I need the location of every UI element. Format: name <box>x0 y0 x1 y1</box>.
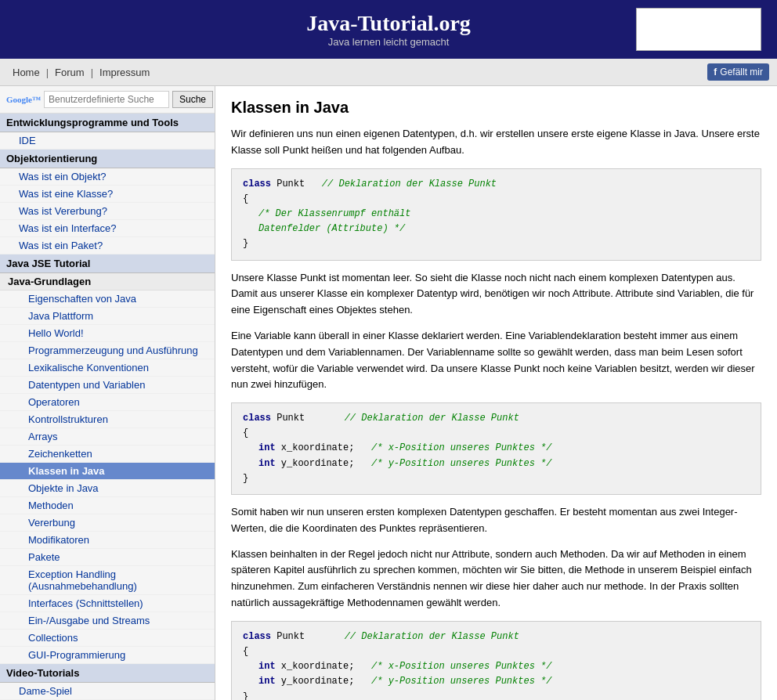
code-line: { <box>243 426 750 441</box>
search-button[interactable]: Suche <box>172 91 213 108</box>
code-line: class Punkt // Deklaration der Klasse Pu… <box>243 630 750 644</box>
main-layout: Google™ Suche Entwicklungsprogramme und … <box>0 86 777 700</box>
sidebar-item-collections[interactable]: Collections <box>0 630 215 647</box>
code-line: /* Der Klassenrumpf enthält <box>243 207 750 222</box>
sidebar-item-dame[interactable]: Dame-Spiel <box>0 683 215 700</box>
sidebar-item-objekte-in-java[interactable]: Objekte in Java <box>0 480 215 497</box>
sidebar-item-modifikatoren[interactable]: Modifikatoren <box>0 532 215 549</box>
code-line: { <box>243 192 750 207</box>
sidebar-item-objekt[interactable]: Was ist ein Objekt? <box>0 168 215 186</box>
code-line: int y_koordinate; /* y-Position unseres … <box>243 674 750 689</box>
para-4: Somit haben wir nun unseren ersten kompl… <box>231 504 761 537</box>
sidebar-item-operatoren[interactable]: Operatoren <box>0 394 215 411</box>
sidebar-item-eingabe[interactable]: Ein-/Ausgabe und Streams <box>0 612 215 630</box>
sidebar-item-klassen-in-java[interactable]: Klassen in Java <box>0 463 215 480</box>
navbar: Home | Forum | Impressum f Gefällt mir <box>0 59 777 86</box>
site-subtitle: Java lernen leicht gemacht <box>306 36 471 48</box>
sidebar-section-oo: Objektorientierung <box>0 150 215 168</box>
code-line: } <box>243 471 750 486</box>
sidebar-item-vererbung[interactable]: Was ist Vererbung? <box>0 203 215 220</box>
sidebar-item-paket[interactable]: Was ist ein Paket? <box>0 237 215 254</box>
search-bar: Google™ Suche <box>0 86 215 114</box>
sidebar-item-exception[interactable]: Exception Handling (Ausnahmebehandlung) <box>0 566 215 595</box>
code-block-2: class Punkt // Deklaration der Klasse Pu… <box>231 402 761 495</box>
sidebar-section-tools: Entwicklungsprogramme und Tools <box>0 114 215 132</box>
logo-box <box>636 8 761 51</box>
code-line: int x_koordinate; /* x-Position unseres … <box>243 659 750 674</box>
sidebar-section-jse: Java JSE Tutorial <box>0 254 215 273</box>
sidebar-item-pakete[interactable]: Pakete <box>0 549 215 566</box>
para-3: Eine Variable kann überall in einer Klas… <box>231 328 761 393</box>
code-line: class Punkt // Deklaration der Klasse Pu… <box>243 411 750 426</box>
nav-forum[interactable]: Forum <box>50 67 89 78</box>
code-line: Datenfelder (Attribute) */ <box>243 222 750 236</box>
sidebar-item-ide[interactable]: IDE <box>0 132 215 150</box>
code-line: int x_koordinate; /* x-Position unseres … <box>243 441 750 456</box>
sidebar-item-programmerzeugung[interactable]: Programmerzeugung und Ausführung <box>0 342 215 359</box>
google-logo: Google™ <box>6 95 41 104</box>
code-block-1: class Punkt // Deklaration der Klasse Pu… <box>231 168 761 261</box>
nav-sep-1: | <box>46 67 49 78</box>
code-line: } <box>243 236 750 251</box>
para-2: Unsere Klasse Punkt ist momentan leer. S… <box>231 270 761 319</box>
sidebar-item-methoden[interactable]: Methoden <box>0 497 215 514</box>
sidebar-item-datentypen[interactable]: Datentypen und Variablen <box>0 377 215 394</box>
para-5: Klassen beinhalten in der Regel jedoch n… <box>231 547 761 612</box>
sidebar-item-zeichenketten[interactable]: Zeichenketten <box>0 446 215 463</box>
sidebar-item-gui[interactable]: GUI-Programmierung <box>0 647 215 664</box>
sidebar-item-interface[interactable]: Was ist ein Interface? <box>0 220 215 237</box>
sidebar-item-plattform[interactable]: Java Plattform <box>0 308 215 325</box>
site-header: Java-Tutorial.org Java lernen leicht gem… <box>0 0 777 59</box>
fb-label: Gefällt mir <box>720 67 763 78</box>
code-line: { <box>243 644 750 659</box>
sidebar-item-helloworld[interactable]: Hello World! <box>0 325 215 342</box>
nav-sep-2: | <box>91 67 93 78</box>
facebook-button[interactable]: f Gefällt mir <box>707 63 769 81</box>
nav-impressum[interactable]: Impressum <box>95 67 154 78</box>
sidebar-item-arrays[interactable]: Arrays <box>0 428 215 446</box>
title-block: Java-Tutorial.org Java lernen leicht gem… <box>306 11 471 48</box>
sidebar-sub-grundlagen: Java-Grundlagen <box>0 273 215 290</box>
code-line: class Punkt // Deklaration der Klasse Pu… <box>243 177 750 192</box>
sidebar-item-vererbung2[interactable]: Vererbung <box>0 514 215 532</box>
para-1: Wir definieren uns nun einen eigenen Dat… <box>231 126 761 159</box>
search-input[interactable] <box>44 91 169 108</box>
sidebar-item-kontroll[interactable]: Kontrollstrukturen <box>0 411 215 428</box>
sidebar-section-video: Video-Tutorials <box>0 664 215 683</box>
site-title: Java-Tutorial.org <box>306 11 471 36</box>
fb-icon: f <box>714 67 717 78</box>
sidebar-item-eigenschaften[interactable]: Eigenschaften von Java <box>0 290 215 308</box>
code-block-3: class Punkt // Deklaration der Klasse Pu… <box>231 621 761 700</box>
page-title: Klassen in Java <box>231 99 761 117</box>
code-line: } <box>243 690 750 700</box>
sidebar-item-lexikalisch[interactable]: Lexikalische Konventionen <box>0 359 215 377</box>
sidebar: Google™ Suche Entwicklungsprogramme und … <box>0 86 215 700</box>
sidebar-item-interfaces[interactable]: Interfaces (Schnittstellen) <box>0 595 215 612</box>
sidebar-item-klasse[interactable]: Was ist eine Klasse? <box>0 186 215 203</box>
content-area: Klassen in Java Wir definieren uns nun e… <box>215 86 777 700</box>
code-line: int y_koordinate; /* y-Position unseres … <box>243 456 750 471</box>
nav-links: Home | Forum | Impressum <box>8 67 154 78</box>
nav-home[interactable]: Home <box>8 67 45 78</box>
